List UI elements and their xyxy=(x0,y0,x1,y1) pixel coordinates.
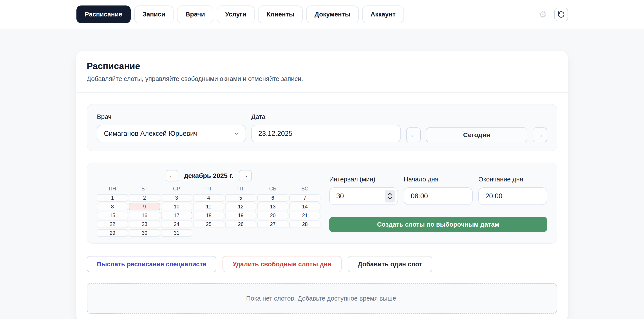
create-slots-button[interactable]: Создать слоты по выборочным датам xyxy=(329,217,547,232)
previous-day-button[interactable]: ← xyxy=(406,127,420,142)
weekday-label: ВС xyxy=(289,185,320,192)
arrow-left-icon: ← xyxy=(410,131,417,139)
calendar-day[interactable]: 8 xyxy=(97,203,128,210)
calendar-day[interactable]: 4 xyxy=(193,194,224,202)
calendar-day[interactable]: 3 xyxy=(161,194,192,202)
previous-month-button[interactable]: ← xyxy=(166,170,178,181)
day-start-input[interactable]: 08:00 xyxy=(404,187,472,205)
calendar-day[interactable]: 24 xyxy=(161,221,192,228)
arrow-left-icon: ← xyxy=(169,172,175,179)
stepper-divider xyxy=(387,196,393,196)
interval-label: Интервал (мин) xyxy=(329,176,398,183)
calendar-day[interactable]: 2 xyxy=(129,194,160,202)
nav-tab[interactable]: Аккаунт xyxy=(362,5,404,23)
calendar-day[interactable]: 15 xyxy=(97,212,128,219)
calendar-day[interactable]: 26 xyxy=(225,221,256,228)
doctor-select[interactable]: Симаганов Алексей Юрьевич xyxy=(97,125,246,142)
calendar-day[interactable]: 14 xyxy=(289,203,320,210)
nav-tab[interactable]: Услуги xyxy=(217,5,254,23)
top-bar: РасписаниеЗаписиВрачиУслугиКлиентыДокуме… xyxy=(0,0,644,29)
calendar-day[interactable]: 22 xyxy=(97,221,128,228)
calendar-day[interactable]: 7 xyxy=(289,194,320,202)
weekday-label: ЧТ xyxy=(193,185,224,192)
card-header: Расписание Добавляйте слоты, управляйте … xyxy=(76,51,568,93)
interval-value: 30 xyxy=(336,192,344,200)
nav-tab[interactable]: Клиенты xyxy=(258,5,303,23)
chevron-up-icon xyxy=(388,193,392,196)
day-start-label: Начало дня xyxy=(404,176,472,183)
schedule-card: Расписание Добавляйте слоты, управляйте … xyxy=(76,51,568,319)
day-end-field: Окончание дня 20:00 xyxy=(478,176,547,205)
calendar-day[interactable]: 28 xyxy=(289,221,320,228)
calendar-header: ← декабрь 2025 г. → xyxy=(97,170,320,181)
calendar-day[interactable]: 21 xyxy=(289,212,320,219)
calendar-day[interactable]: 19 xyxy=(225,212,256,219)
empty-state-message: Пока нет слотов. Добавьте доступное врем… xyxy=(246,295,398,302)
calendar-day[interactable]: 11 xyxy=(193,203,224,210)
doctor-field: Врач Симаганов Алексей Юрьевич xyxy=(97,113,246,142)
main-content: Расписание Добавляйте слоты, управляйте … xyxy=(76,51,568,319)
number-stepper[interactable] xyxy=(385,190,395,203)
day-start-field: Начало дня 08:00 xyxy=(404,176,472,205)
calendar-day[interactable]: 17 xyxy=(161,212,192,219)
nav-tab[interactable]: Врачи xyxy=(177,5,213,23)
calendar: ← декабрь 2025 г. → ПНВТСРЧТПТСБВС 12345… xyxy=(97,169,320,237)
arrow-right-icon: → xyxy=(242,172,248,179)
refresh-button[interactable] xyxy=(554,8,568,21)
calendar-day[interactable]: 23 xyxy=(129,221,160,228)
day-start-value: 08:00 xyxy=(411,192,428,200)
today-button[interactable]: Сегодня xyxy=(426,127,527,142)
next-day-button[interactable]: → xyxy=(533,127,547,142)
calendar-day[interactable]: 29 xyxy=(97,229,128,237)
page-subtitle: Добавляйте слоты, управляйте свободными … xyxy=(87,75,557,82)
card-body: Врач Симаганов Алексей Юрьевич Дата 23.1… xyxy=(76,93,568,319)
calendar-day[interactable]: 9 xyxy=(129,203,160,210)
date-label: Дата xyxy=(251,113,401,120)
send-schedule-button[interactable]: Выслать расписание специалиста xyxy=(87,256,216,272)
calendar-day[interactable]: 30 xyxy=(129,229,160,237)
nav-tab[interactable]: Расписание xyxy=(76,5,131,23)
date-input[interactable]: 23.12.2025 xyxy=(251,125,401,142)
nav-tab[interactable]: Записи xyxy=(134,5,174,23)
weekday-label: ВТ xyxy=(129,185,160,192)
actions-row: Выслать расписание специалиста Удалить с… xyxy=(87,256,557,272)
weekday-label: СР xyxy=(161,185,192,192)
add-single-slot-button[interactable]: Добавить один слот xyxy=(348,256,432,272)
calendar-day[interactable]: 16 xyxy=(129,212,160,219)
weekday-label: ПН xyxy=(97,185,128,192)
doctor-label: Врач xyxy=(97,113,246,120)
calendar-day[interactable]: 27 xyxy=(257,221,288,228)
calendar-day[interactable]: 12 xyxy=(225,203,256,210)
slots-panel: ← декабрь 2025 г. → ПНВТСРЧТПТСБВС 12345… xyxy=(87,163,557,244)
calendar-day[interactable]: 20 xyxy=(257,212,288,219)
doctor-select-value: Симаганов Алексей Юрьевич xyxy=(104,130,198,138)
nav-tab[interactable]: Документы xyxy=(306,5,359,23)
top-bar-actions: ⚙︎ xyxy=(538,8,568,21)
next-month-button[interactable]: → xyxy=(239,170,252,181)
history-icon xyxy=(558,11,565,18)
calendar-day[interactable]: 1 xyxy=(97,194,128,202)
slot-settings: Интервал (мин) 30 xyxy=(329,169,547,237)
chevron-down-icon xyxy=(388,197,392,200)
calendar-day[interactable]: 25 xyxy=(193,221,224,228)
calendar-day[interactable]: 5 xyxy=(225,194,256,202)
calendar-day[interactable]: 6 xyxy=(257,194,288,202)
date-input-value: 23.12.2025 xyxy=(258,130,292,138)
calendar-month-label: декабрь 2025 г. xyxy=(184,172,233,179)
gear-icon[interactable]: ⚙︎ xyxy=(538,10,547,19)
empty-state: Пока нет слотов. Добавьте доступное врем… xyxy=(87,283,557,314)
main-nav: РасписаниеЗаписиВрачиУслугиКлиентыДокуме… xyxy=(76,5,404,23)
delete-free-slots-button[interactable]: Удалить свободные слоты дня xyxy=(222,256,342,272)
day-end-value: 20:00 xyxy=(486,192,502,200)
slot-settings-fields: Интервал (мин) 30 xyxy=(329,176,547,205)
calendar-day[interactable]: 13 xyxy=(257,203,288,210)
day-end-input[interactable]: 20:00 xyxy=(478,187,547,205)
doctor-date-panel: Врач Симаганов Алексей Юрьевич Дата 23.1… xyxy=(87,104,557,151)
arrow-right-icon: → xyxy=(536,131,544,139)
calendar-day[interactable]: 31 xyxy=(161,229,192,237)
calendar-day[interactable]: 18 xyxy=(193,212,224,219)
calendar-day[interactable]: 10 xyxy=(161,203,192,210)
interval-field: Интервал (мин) 30 xyxy=(329,176,398,205)
weekday-label: СБ xyxy=(257,185,288,192)
calendar-day-grid: 1234567891011121314151617181920212223242… xyxy=(97,194,320,237)
